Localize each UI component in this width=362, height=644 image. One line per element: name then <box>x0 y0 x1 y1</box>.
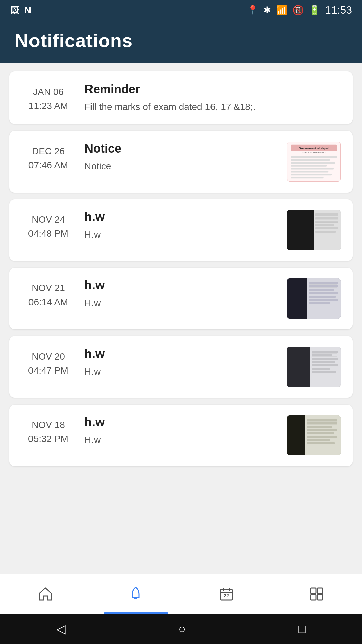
svg-rect-5 <box>291 159 330 161</box>
svg-rect-32 <box>309 299 338 301</box>
notif-text-3: H.w <box>84 228 278 241</box>
nav-calendar[interactable]: 22 <box>181 574 272 614</box>
svg-rect-53 <box>307 426 332 428</box>
notif-image-5 <box>287 347 341 387</box>
notif-body-2: Notice Notice <box>84 142 278 173</box>
svg-rect-20 <box>315 231 336 233</box>
svg-rect-54 <box>307 429 337 431</box>
svg-rect-68 <box>317 588 323 593</box>
svg-rect-41 <box>312 358 338 360</box>
notif-title-1: Reminder <box>84 82 341 96</box>
notif-date-6: NOV 18 05:32 PM <box>21 415 75 446</box>
bottom-nav: 22 <box>0 574 362 614</box>
location-icon: 📍 <box>247 5 259 16</box>
svg-rect-39 <box>312 351 338 353</box>
notif-image-2: Government of Nepal Ministry of Home Aff… <box>287 142 341 182</box>
notif-date-3: NOV 24 04:48 PM <box>21 210 75 241</box>
svg-rect-45 <box>312 371 336 373</box>
notification-card-4[interactable]: NOV 21 06:14 AM h.w H.w <box>9 268 353 329</box>
notif-image-4 <box>287 278 341 319</box>
notif-text-2: Notice <box>84 160 278 173</box>
svg-rect-44 <box>312 368 330 370</box>
n-icon: N <box>24 4 32 16</box>
calendar-icon: 22 <box>218 586 234 602</box>
notification-card-5[interactable]: NOV 20 04:47 PM h.w H.w <box>9 336 353 398</box>
svg-rect-57 <box>307 439 330 441</box>
bell-icon <box>128 586 144 602</box>
notif-title-4: h.w <box>84 278 278 292</box>
svg-rect-42 <box>312 361 335 363</box>
svg-rect-16 <box>315 217 338 219</box>
svg-rect-11 <box>291 177 323 178</box>
svg-rect-29 <box>309 289 334 291</box>
svg-rect-67 <box>311 588 316 593</box>
notif-title-6: h.w <box>84 415 278 429</box>
nav-grid[interactable] <box>272 574 362 614</box>
notification-card-1[interactable]: JAN 06 11:23 AM Reminder Fill the marks … <box>9 71 353 124</box>
svg-rect-58 <box>307 442 335 444</box>
svg-rect-9 <box>291 171 328 173</box>
bluetooth-icon: ✱ <box>263 5 271 16</box>
svg-rect-31 <box>309 296 336 298</box>
svg-rect-10 <box>291 174 332 176</box>
grid-icon <box>309 586 325 602</box>
notif-date-5: NOV 20 04:47 PM <box>21 347 75 378</box>
nav-notifications[interactable] <box>90 574 181 614</box>
svg-rect-25 <box>287 278 307 319</box>
svg-rect-15 <box>315 213 338 216</box>
notification-card-3[interactable]: NOV 24 04:48 PM h.w H.w <box>9 199 353 261</box>
svg-rect-18 <box>315 224 334 226</box>
notification-card-6[interactable]: NOV 18 05:32 PM h.w H.w <box>9 405 353 466</box>
svg-rect-55 <box>307 432 334 434</box>
back-button[interactable]: ◁ <box>56 622 66 636</box>
wifi-icon: 📶 <box>276 5 288 16</box>
signal-off-icon: 📵 <box>292 5 304 16</box>
nav-home[interactable] <box>0 574 90 614</box>
svg-text:22: 22 <box>224 593 229 598</box>
notif-date-2: DEC 26 07:46 AM <box>21 142 75 172</box>
home-button[interactable]: ○ <box>178 622 186 636</box>
svg-rect-19 <box>315 227 338 229</box>
photo-icon: 🖼 <box>10 5 19 16</box>
svg-rect-43 <box>312 364 338 366</box>
svg-rect-37 <box>287 347 310 387</box>
notif-title-2: Notice <box>84 142 278 156</box>
notif-title-3: h.w <box>84 210 278 224</box>
svg-rect-8 <box>291 168 334 170</box>
notification-card-2[interactable]: DEC 26 07:46 AM Notice Notice Government… <box>9 131 353 193</box>
page-title: Notifications <box>15 30 347 51</box>
svg-rect-69 <box>311 595 316 600</box>
svg-rect-6 <box>291 162 335 164</box>
svg-text:Ministry of Home Affairs: Ministry of Home Affairs <box>302 152 326 154</box>
svg-rect-4 <box>291 156 337 158</box>
notifications-list: JAN 06 11:23 AM Reminder Fill the marks … <box>0 63 362 574</box>
status-time: 11:53 <box>325 4 352 16</box>
notif-body-4: h.w H.w <box>84 278 278 310</box>
notif-image-3 <box>287 210 341 250</box>
svg-rect-49 <box>287 415 305 455</box>
battery-icon: 🔋 <box>309 5 320 16</box>
notif-body-6: h.w H.w <box>84 415 278 446</box>
system-nav: ◁ ○ □ <box>0 614 362 644</box>
svg-rect-17 <box>315 221 338 223</box>
notif-text-4: H.w <box>84 297 278 310</box>
notif-body-5: h.w H.w <box>84 347 278 378</box>
svg-rect-40 <box>312 354 332 356</box>
svg-rect-7 <box>291 165 327 167</box>
notif-text-1: Fill the marks of exam dated 16, 17 &18;… <box>84 100 341 113</box>
svg-rect-13 <box>287 210 314 250</box>
notif-image-6 <box>287 415 341 455</box>
notif-body-3: h.w H.w <box>84 210 278 241</box>
svg-text:Government of Nepal: Government of Nepal <box>299 147 328 150</box>
notif-title-5: h.w <box>84 347 278 361</box>
notif-text-5: H.w <box>84 365 278 378</box>
notif-date-1: JAN 06 11:23 AM <box>21 82 75 113</box>
recent-button[interactable]: □ <box>298 622 306 636</box>
svg-rect-51 <box>307 419 337 421</box>
header: Notifications <box>0 20 362 63</box>
status-bar: 🖼 N 📍 ✱ 📶 📵 🔋 11:53 <box>0 0 362 20</box>
svg-rect-30 <box>309 292 338 294</box>
svg-rect-28 <box>309 285 338 287</box>
home-icon <box>37 586 53 602</box>
svg-rect-27 <box>309 282 338 284</box>
